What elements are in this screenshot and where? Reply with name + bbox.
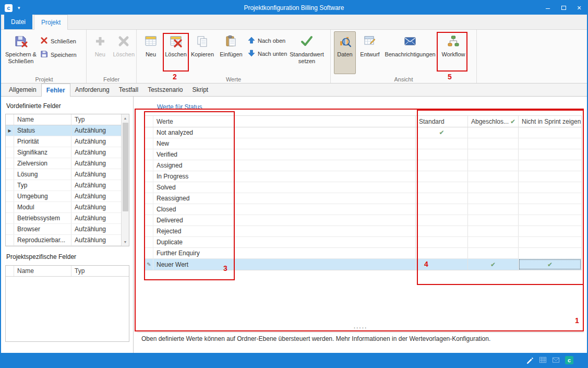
table-row[interactable]: In Progress — [145, 171, 581, 182]
table-row[interactable]: Duplicate — [145, 237, 581, 248]
cell-nicht-in-sprint[interactable] — [519, 248, 581, 258]
cell-nicht-in-sprint-focused[interactable]: ✔ — [519, 259, 581, 270]
table-row[interactable]: Signifikanz Aufzählung — [6, 147, 129, 158]
tab-skript[interactable]: Skript — [188, 84, 213, 96]
cell-werte[interactable]: New — [153, 138, 416, 149]
tab-allgemein[interactable]: Allgemein — [4, 84, 41, 96]
table-row[interactable]: Further Enquiry — [145, 248, 581, 259]
table-row[interactable]: Rejected — [145, 226, 581, 237]
table-row[interactable]: Modul Aufzählung — [6, 202, 129, 213]
cell-name[interactable]: Status — [14, 125, 71, 136]
cell-werte[interactable]: Not analyzed — [153, 127, 416, 138]
cell-nicht-in-sprint[interactable] — [519, 182, 581, 193]
cell-werte[interactable]: Assigned — [153, 160, 416, 171]
table-row[interactable]: ▶ Status Aufzählung — [6, 125, 129, 136]
cell-typ[interactable]: Aufzählung — [71, 235, 129, 245]
cell-typ[interactable]: Aufzählung — [71, 136, 129, 147]
cell-nicht-in-sprint[interactable] — [519, 237, 581, 247]
cell-abgeschlossen[interactable] — [468, 248, 519, 258]
cell-typ[interactable]: Aufzählung — [71, 158, 129, 169]
table-row[interactable]: Lösung Aufzählung — [6, 169, 129, 180]
cell-nicht-in-sprint[interactable] — [519, 226, 581, 236]
cell-name[interactable]: Modul — [14, 202, 71, 212]
cell-typ[interactable]: Aufzählung — [71, 202, 129, 212]
cell-abgeschlossen[interactable] — [468, 171, 519, 182]
cell-werte[interactable]: In Progress — [153, 171, 416, 182]
cell-standard[interactable] — [416, 138, 468, 149]
cell-name[interactable]: Typ — [14, 180, 71, 191]
grid-icon[interactable] — [539, 356, 547, 364]
cell-abgeschlossen[interactable] — [468, 193, 519, 204]
table-row[interactable]: Delivered — [145, 215, 581, 226]
cell-name[interactable]: Umgebung — [14, 191, 71, 201]
cell-werte[interactable]: Reassigned — [153, 193, 416, 204]
cell-nicht-in-sprint[interactable] — [519, 204, 581, 215]
cell-standard[interactable] — [416, 149, 468, 160]
quick-access-icon[interactable]: ▾ — [18, 5, 20, 10]
column-header-standard[interactable]: Standard — [416, 116, 468, 127]
table-row-selected[interactable]: ✎ Neuer Wert ✔ ✔ — [145, 259, 581, 270]
cell-standard[interactable] — [416, 215, 468, 225]
cell-standard[interactable] — [416, 182, 468, 193]
maximize-button[interactable] — [556, 1, 571, 15]
standardwert-setzen-button[interactable]: Standardwert setzen — [286, 31, 328, 74]
column-header-abgeschlossen[interactable]: Abgeschlos... ✔ — [468, 116, 519, 127]
cell-name[interactable]: Signifikanz — [14, 147, 71, 158]
table-row[interactable]: Browser Aufzählung — [6, 224, 129, 235]
close-project-button[interactable]: Schließen — [39, 36, 78, 46]
cell-standard[interactable] — [416, 226, 468, 236]
cell-standard[interactable]: ✔ — [416, 127, 468, 138]
cell-standard[interactable] — [416, 193, 468, 204]
cell-abgeschlossen[interactable] — [468, 138, 519, 149]
column-header-werte[interactable]: Werte — [153, 116, 416, 127]
cell-typ[interactable]: Aufzählung — [71, 169, 129, 180]
cell-nicht-in-sprint[interactable] — [519, 149, 581, 160]
table-row[interactable]: New — [145, 138, 581, 149]
cell-name[interactable]: Lösung — [14, 169, 71, 180]
mail-status-icon[interactable] — [552, 356, 560, 364]
cell-nicht-in-sprint[interactable] — [519, 215, 581, 225]
table-row[interactable]: Typ Aufzählung — [6, 180, 129, 191]
cell-abgeschlossen[interactable] — [468, 127, 519, 138]
cell-standard[interactable] — [416, 248, 468, 258]
tab-testszenario[interactable]: Testszenario — [143, 84, 187, 96]
cell-werte[interactable]: Neuer Wert — [153, 259, 416, 270]
column-header-name[interactable]: Name — [14, 114, 71, 125]
save-project-button[interactable]: Speichern — [39, 50, 78, 60]
tab-fehler[interactable]: Fehler — [41, 84, 70, 97]
cell-werte[interactable]: Solved — [153, 182, 416, 193]
app-status-icon[interactable]: c — [565, 356, 573, 364]
table-row[interactable]: Verified — [145, 149, 581, 160]
table-row[interactable]: Betriebssystem Aufzählung — [6, 213, 129, 224]
cell-abgeschlossen[interactable] — [468, 160, 519, 171]
nach-unten-button[interactable]: Nach unten — [246, 49, 286, 58]
scroll-up-icon[interactable]: ▲ — [122, 114, 129, 122]
cell-nicht-in-sprint[interactable] — [519, 127, 581, 138]
table-row[interactable]: Reproduzierbar... Aufzählung — [6, 235, 129, 246]
table-row[interactable]: Priorität Aufzählung — [6, 136, 129, 147]
table-row[interactable]: Umgebung Aufzählung — [6, 191, 129, 202]
cell-abgeschlossen[interactable] — [468, 215, 519, 225]
cell-typ[interactable]: Aufzählung — [71, 224, 129, 234]
cell-abgeschlossen[interactable] — [468, 149, 519, 160]
cell-abgeschlossen[interactable] — [468, 226, 519, 236]
cell-typ[interactable]: Aufzählung — [71, 125, 129, 136]
cell-werte[interactable]: Further Enquiry — [153, 248, 416, 258]
column-header-typ[interactable]: Typ — [71, 266, 129, 276]
column-header-name[interactable]: Name — [14, 266, 71, 276]
close-button[interactable]: × — [571, 1, 587, 15]
cell-werte[interactable]: Closed — [153, 204, 416, 215]
pen-input-icon[interactable] — [526, 356, 534, 364]
cell-werte[interactable]: Rejected — [153, 226, 416, 236]
cell-abgeschlossen[interactable] — [468, 237, 519, 247]
minimize-button[interactable]: – — [540, 1, 556, 15]
cell-werte[interactable]: Duplicate — [153, 237, 416, 247]
cell-standard[interactable] — [416, 171, 468, 182]
table-row[interactable]: Reassigned — [145, 193, 581, 204]
cell-standard[interactable] — [416, 237, 468, 247]
einfuegen-button[interactable]: Einfügen — [217, 31, 245, 74]
kopieren-button[interactable]: Kopieren — [189, 31, 216, 74]
table-row[interactable]: Assigned — [145, 160, 581, 171]
tab-projekt[interactable]: Projekt — [34, 15, 68, 30]
cell-name[interactable]: Reproduzierbar... — [14, 235, 71, 245]
